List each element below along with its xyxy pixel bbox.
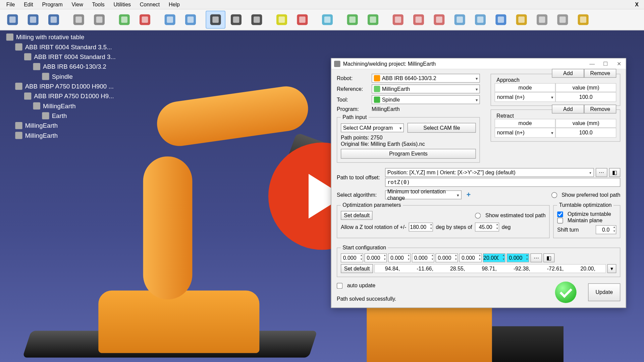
fit-view-icon[interactable] xyxy=(160,11,180,28)
approach-value-input[interactable] xyxy=(556,93,616,102)
svg-rect-13 xyxy=(142,16,148,23)
z-step-spinner[interactable] xyxy=(475,223,499,232)
menu-edit[interactable]: Edit xyxy=(19,0,38,8)
offset-value-input[interactable]: rotZ(0) xyxy=(385,178,620,187)
tree-item[interactable]: MillingEarth xyxy=(6,121,116,130)
add-algorithm-icon[interactable]: + xyxy=(465,191,472,198)
menu-utilities[interactable]: Utilities xyxy=(109,0,135,8)
retract-mode-dropdown[interactable]: normal (n+) xyxy=(495,128,555,137)
select-delete-icon[interactable] xyxy=(206,11,225,28)
start-config-j2-spinner[interactable] xyxy=(365,253,387,262)
redo-icon[interactable] xyxy=(90,11,109,28)
menu-connect[interactable]: Connect xyxy=(135,0,164,8)
cube-view-icon[interactable] xyxy=(181,11,201,28)
approach-mode-dropdown[interactable]: normal (n+) xyxy=(495,93,555,102)
dialog-maximize-icon[interactable]: ☐ xyxy=(601,61,609,67)
add-frame-icon[interactable] xyxy=(114,11,134,28)
menu-file[interactable]: File xyxy=(2,0,19,8)
tree-item[interactable]: ABB IRBP A750 D1000 H900 ... xyxy=(6,81,116,91)
start-config-set-default-button[interactable]: Set default xyxy=(341,264,373,273)
select-move-icon[interactable] xyxy=(247,11,267,28)
select-add-icon[interactable] xyxy=(226,11,246,28)
retract-add-button[interactable]: Add xyxy=(552,105,584,114)
flag-radiation-icon[interactable] xyxy=(292,11,312,28)
tree-item[interactable]: ABB IRBT 6004 Standard 3... xyxy=(6,52,116,62)
curve3-icon[interactable] xyxy=(429,11,449,28)
add-target-icon[interactable] xyxy=(135,11,155,28)
dialog-close-icon[interactable]: ✕ xyxy=(615,61,623,67)
start-config-j3-spinner[interactable] xyxy=(388,253,411,262)
result-dropdown-button[interactable]: ▾ xyxy=(607,264,616,273)
offset-extra2-button[interactable]: ◧ xyxy=(609,168,620,177)
undo-icon[interactable] xyxy=(69,11,89,28)
config-icon[interactable] xyxy=(532,11,552,28)
tool-dropdown[interactable]: Spindle xyxy=(372,95,480,104)
start-config-j5-spinner[interactable] xyxy=(436,253,458,262)
svg-rect-23 xyxy=(254,16,260,23)
menu-tools[interactable]: Tools xyxy=(88,0,109,8)
z-rot-label-suf: deg xyxy=(502,224,511,230)
start-config-more-button[interactable]: ⋯ xyxy=(530,253,542,262)
tree-item[interactable]: MillingEarth xyxy=(6,130,116,140)
shift-turn-spinner[interactable] xyxy=(596,225,616,234)
retract-value-input[interactable] xyxy=(556,128,616,137)
optimize-turntable-checkbox[interactable]: Optimize turntable xyxy=(557,211,616,217)
radiation-icon[interactable] xyxy=(272,11,292,28)
retract-remove-button[interactable]: Remove xyxy=(584,105,616,114)
auto-update-checkbox[interactable]: auto update xyxy=(337,283,552,289)
tree-item[interactable]: Earth xyxy=(6,111,116,121)
window-close-icon[interactable]: X xyxy=(632,0,642,8)
approach-add-button[interactable]: Add xyxy=(552,69,584,78)
legend-path-input: Path input xyxy=(341,114,369,120)
select-cam-program-dropdown[interactable]: Select CAM program xyxy=(341,123,404,132)
tree-item[interactable]: ABB IRBT 6004 Standard 3.5... xyxy=(6,42,116,52)
hourglass-icon[interactable] xyxy=(512,11,531,28)
surface-tool-icon[interactable] xyxy=(450,11,470,28)
start-config-j1-spinner[interactable] xyxy=(341,253,363,262)
reference-dropdown[interactable]: MillingEarth xyxy=(372,84,480,94)
tree-item[interactable]: ABB IRBP A750 D1000 H9... xyxy=(6,91,116,101)
start-config-j7-spinner[interactable] xyxy=(483,253,505,262)
import-tool-icon[interactable] xyxy=(471,11,490,28)
package-icon[interactable] xyxy=(573,11,593,28)
menu-program[interactable]: Program xyxy=(38,0,67,8)
start-config-j6-spinner[interactable] xyxy=(459,253,482,262)
tree-item[interactable]: Spindle xyxy=(6,71,116,81)
save-icon[interactable] xyxy=(44,11,64,28)
result-value: -72.61, xyxy=(547,265,564,272)
z-rotation-spinner[interactable] xyxy=(409,223,433,232)
approach-remove-button[interactable]: Remove xyxy=(584,69,616,78)
show-preferred-radio[interactable]: Show preferred tool path xyxy=(551,192,620,198)
start-config-opts-button[interactable]: ◧ xyxy=(543,253,554,262)
algorithm-dropdown[interactable]: Minimum tool orientation change xyxy=(385,190,462,199)
dialog-minimize-icon[interactable]: — xyxy=(588,61,596,67)
info-icon[interactable] xyxy=(491,11,511,28)
refresh-icon[interactable] xyxy=(553,11,573,28)
svg-rect-25 xyxy=(279,16,285,23)
dialog-titlebar[interactable]: Machining/welding project: MillingEarth … xyxy=(331,59,626,69)
menu-help[interactable]: Help xyxy=(164,0,184,8)
path-input-fieldset: Path input Select CAM program Select CAM… xyxy=(337,114,480,163)
offset-format-dropdown[interactable]: Position: [X,Y,Z] mm | Orient: [X->Y'->Z… xyxy=(385,168,594,177)
tree-item[interactable]: Milling with rotative table xyxy=(6,32,116,42)
new-script-icon[interactable] xyxy=(363,11,383,28)
opt-set-default-button[interactable]: Set default xyxy=(341,211,373,220)
curve1-icon[interactable] xyxy=(388,11,408,28)
tree-item[interactable]: MillingEarth xyxy=(6,101,116,111)
curve2-icon[interactable] xyxy=(409,11,429,28)
open-file-icon[interactable] xyxy=(3,11,22,28)
offset-extra1-button[interactable]: ⋯ xyxy=(596,168,607,177)
show-estimated-radio[interactable]: Show estimated tool path xyxy=(475,212,545,219)
earth-icon[interactable] xyxy=(23,11,43,28)
fast-forward-icon[interactable] xyxy=(318,11,337,28)
update-button[interactable]: Update xyxy=(588,283,620,301)
select-cam-file-button[interactable]: Select CAM file xyxy=(408,123,476,133)
start-config-j4-spinner[interactable] xyxy=(412,253,434,262)
tree-item[interactable]: ABB IRB 6640-130/3.2 xyxy=(6,62,116,71)
maintain-plane-checkbox[interactable]: Maintain plane xyxy=(557,217,616,224)
start-config-j8-spinner[interactable] xyxy=(507,253,529,262)
menu-view[interactable]: View xyxy=(67,0,88,8)
robot-dropdown[interactable]: ABB IRB 6640-130/3.2 xyxy=(372,74,480,83)
program-events-button[interactable]: Program Events xyxy=(341,149,476,159)
python-icon[interactable] xyxy=(342,11,362,28)
